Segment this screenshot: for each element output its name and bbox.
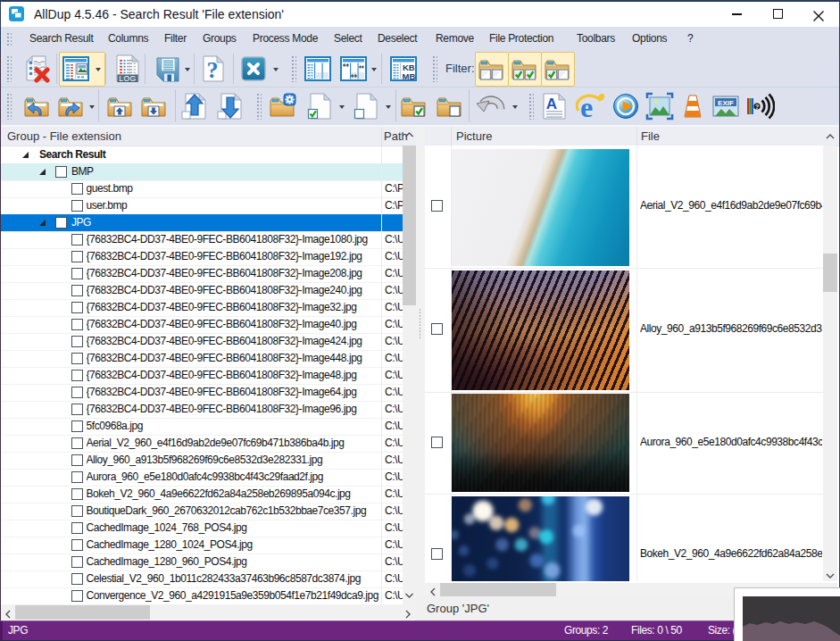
- svg-text:?: ?: [207, 57, 219, 83]
- svg-text:?: ?: [755, 103, 760, 111]
- svg-text:MB: MB: [403, 71, 416, 81]
- svg-text:A: A: [546, 96, 557, 112]
- svg-text:LOG: LOG: [119, 74, 136, 83]
- svg-text:EXIF: EXIF: [718, 99, 734, 107]
